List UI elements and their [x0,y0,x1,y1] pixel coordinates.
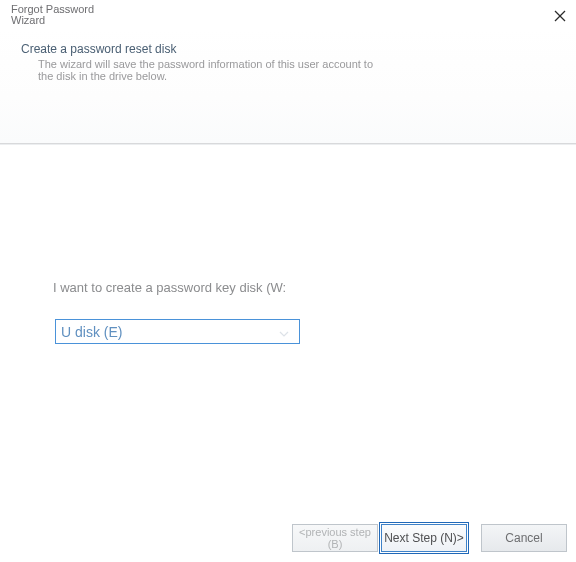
close-button[interactable] [552,8,568,24]
wizard-footer: <previous step (B) Next Step (N)> Cancel [0,518,576,562]
drive-select[interactable]: U disk (E) [55,319,300,344]
wizard-body: I want to create a password key disk (W:… [0,144,576,518]
prev-button-line2: (B) [299,538,371,550]
next-button-label: Next Step (N)> [384,531,464,545]
close-icon [552,8,568,24]
chevron-down-icon [279,323,289,341]
wizard-header: Create a password reset disk The wizard … [0,28,576,144]
title-bar: Forgot Password Wizard [0,0,576,28]
drive-select-value: U disk (E) [61,324,122,340]
window-title: Forgot Password Wizard [11,4,566,26]
cancel-button-label: Cancel [505,531,542,545]
wizard-heading: Create a password reset disk [21,42,576,56]
prev-button-line1: <previous step [299,526,371,538]
previous-step-button: <previous step (B) [292,524,378,552]
cancel-button[interactable]: Cancel [481,524,567,552]
drive-prompt-label: I want to create a password key disk (W: [53,280,286,295]
wizard-subtext: The wizard will save the password inform… [21,58,391,82]
next-step-button[interactable]: Next Step (N)> [381,524,467,552]
wizard-window: Forgot Password Wizard Create a password… [0,0,576,562]
